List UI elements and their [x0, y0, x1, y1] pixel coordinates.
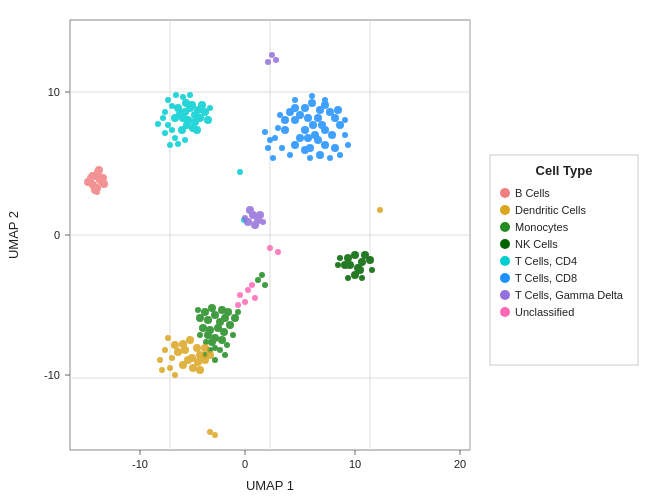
- svg-point-139: [230, 332, 236, 338]
- svg-point-172: [207, 429, 213, 435]
- svg-point-90: [281, 116, 289, 124]
- svg-point-207: [267, 245, 273, 251]
- svg-point-72: [309, 121, 317, 129]
- svg-point-99: [275, 125, 281, 131]
- svg-point-113: [265, 145, 271, 151]
- svg-point-82: [304, 134, 312, 142]
- svg-point-46: [204, 116, 212, 124]
- svg-point-70: [314, 114, 322, 122]
- svg-point-81: [291, 116, 299, 124]
- svg-point-79: [301, 126, 309, 134]
- svg-point-131: [208, 338, 216, 346]
- svg-point-143: [222, 352, 228, 358]
- svg-point-125: [220, 328, 228, 336]
- svg-point-155: [201, 344, 209, 352]
- svg-point-108: [345, 142, 351, 148]
- svg-point-42: [198, 101, 206, 109]
- svg-point-205: [249, 282, 255, 288]
- svg-point-64: [237, 169, 243, 175]
- svg-point-92: [334, 106, 342, 114]
- svg-point-96: [331, 144, 339, 152]
- svg-point-197: [260, 219, 266, 225]
- svg-point-97: [277, 112, 283, 118]
- svg-point-132: [231, 314, 239, 322]
- legend-dendritic-icon: [500, 205, 510, 215]
- legend-unclassified-label: Unclassified: [515, 306, 574, 318]
- svg-point-162: [206, 351, 214, 359]
- svg-point-200: [265, 59, 271, 65]
- legend-tgd-label: T Cells, Gamma Delta: [515, 289, 624, 301]
- legend-nk-cells-label: NK Cells: [515, 238, 558, 250]
- svg-point-100: [342, 132, 348, 138]
- svg-point-146: [255, 277, 261, 283]
- svg-point-61: [155, 121, 161, 127]
- svg-point-22: [95, 166, 103, 174]
- svg-point-25: [89, 172, 95, 178]
- svg-point-184: [351, 271, 359, 279]
- svg-point-86: [296, 134, 304, 142]
- svg-point-103: [327, 155, 333, 161]
- y-tick-minus10: -10: [44, 369, 60, 381]
- svg-point-91: [336, 121, 344, 129]
- svg-point-55: [207, 105, 213, 111]
- svg-point-77: [321, 126, 329, 134]
- svg-point-117: [204, 316, 212, 324]
- x-tick-minus10: -10: [132, 458, 148, 470]
- svg-point-183: [366, 256, 374, 264]
- svg-point-128: [226, 321, 234, 329]
- svg-point-179: [344, 254, 352, 262]
- svg-point-173: [212, 432, 218, 438]
- svg-point-57: [165, 122, 171, 128]
- svg-point-56: [172, 135, 178, 141]
- svg-point-84: [286, 108, 294, 116]
- svg-point-133: [199, 324, 207, 332]
- svg-point-87: [321, 141, 329, 149]
- svg-point-168: [165, 335, 171, 341]
- svg-point-158: [174, 348, 182, 356]
- svg-point-171: [172, 372, 178, 378]
- svg-point-93: [281, 126, 289, 134]
- legend-tcd8-label: T Cells, CD8: [515, 272, 577, 284]
- legend-monocytes-label: Monocytes: [515, 221, 569, 233]
- svg-point-43: [182, 99, 190, 107]
- svg-point-187: [345, 275, 351, 281]
- svg-point-163: [171, 341, 179, 349]
- svg-point-150: [193, 344, 201, 352]
- svg-point-204: [242, 299, 248, 305]
- svg-point-202: [245, 287, 251, 293]
- svg-point-115: [211, 311, 219, 319]
- svg-point-112: [262, 129, 268, 135]
- svg-point-189: [335, 262, 341, 268]
- svg-point-175: [351, 251, 359, 259]
- svg-point-60: [160, 115, 166, 121]
- svg-point-147: [262, 282, 268, 288]
- svg-point-148: [259, 272, 265, 278]
- svg-point-54: [169, 127, 175, 133]
- svg-point-186: [369, 267, 375, 273]
- svg-point-170: [159, 367, 165, 373]
- svg-point-199: [273, 57, 279, 63]
- y-axis-label: UMAP 2: [6, 211, 21, 259]
- legend-tcd4-icon: [500, 256, 510, 266]
- svg-point-51: [180, 94, 186, 100]
- svg-point-130: [218, 336, 226, 344]
- svg-point-208: [275, 249, 281, 255]
- svg-point-111: [267, 137, 273, 143]
- svg-point-50: [173, 92, 179, 98]
- svg-point-89: [291, 141, 299, 149]
- svg-point-166: [167, 365, 173, 371]
- svg-point-129: [196, 314, 204, 322]
- svg-point-98: [342, 117, 348, 123]
- svg-point-145: [212, 357, 218, 363]
- y-tick-10: 10: [48, 86, 60, 98]
- svg-point-127: [204, 331, 212, 339]
- svg-point-58: [175, 141, 181, 147]
- svg-point-174: [377, 207, 383, 213]
- svg-point-161: [179, 361, 187, 369]
- svg-point-83: [314, 136, 322, 144]
- svg-point-59: [182, 137, 188, 143]
- svg-point-193: [251, 221, 259, 229]
- svg-point-27: [94, 189, 100, 195]
- chart-container: -10 0 10 20 -10 0 10 UMAP 1 UMAP 2: [0, 0, 650, 500]
- svg-point-110: [279, 145, 285, 151]
